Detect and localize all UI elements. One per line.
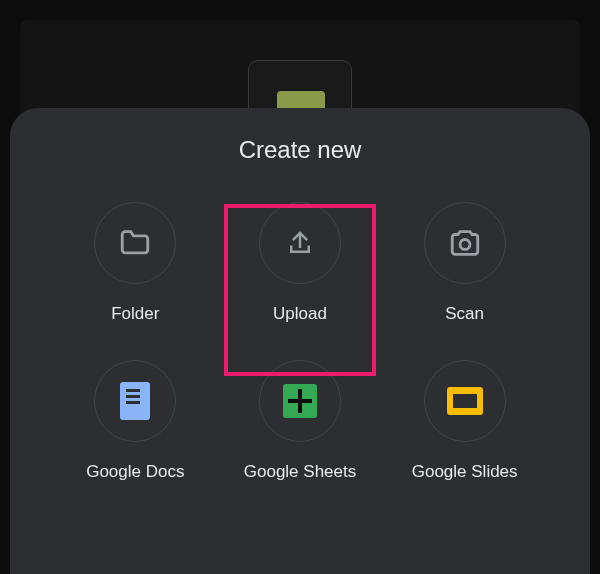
folder-label: Folder	[111, 304, 159, 324]
sheet-title: Create new	[30, 136, 570, 164]
google-slides-icon	[424, 360, 506, 442]
folder-button[interactable]: Folder	[58, 196, 213, 330]
scan-button[interactable]: Scan	[387, 196, 542, 330]
action-grid: Folder Upload Scan	[30, 196, 570, 488]
upload-button[interactable]: Upload	[223, 196, 378, 330]
upload-label: Upload	[273, 304, 327, 324]
create-new-sheet: Create new Folder Upload	[10, 108, 590, 574]
google-docs-icon	[94, 360, 176, 442]
google-docs-button[interactable]: Google Docs	[58, 354, 213, 488]
google-docs-label: Google Docs	[86, 462, 184, 482]
google-sheets-icon	[259, 360, 341, 442]
google-slides-button[interactable]: Google Slides	[387, 354, 542, 488]
svg-point-0	[460, 239, 470, 249]
google-slides-label: Google Slides	[412, 462, 518, 482]
scan-label: Scan	[445, 304, 484, 324]
camera-icon	[424, 202, 506, 284]
folder-icon	[94, 202, 176, 284]
google-sheets-label: Google Sheets	[244, 462, 356, 482]
upload-icon	[259, 202, 341, 284]
google-sheets-button[interactable]: Google Sheets	[223, 354, 378, 488]
